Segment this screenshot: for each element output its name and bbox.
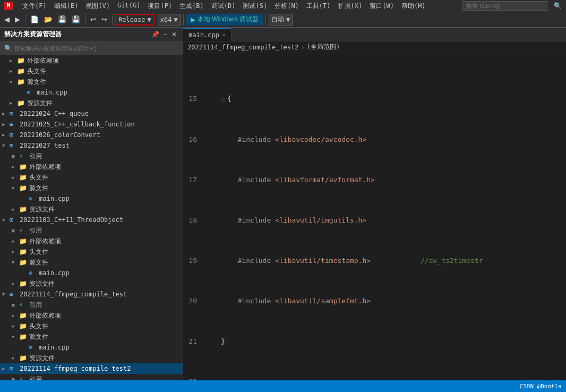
arrow-icon <box>19 90 27 95</box>
tree-proj-test27[interactable]: ▼ ⊞ 20221027_test <box>0 140 183 151</box>
tree-label: 引用 <box>29 375 42 381</box>
tree-proj-thread[interactable]: ▼ ⊞ 20221103_C++11_ThreadObject <box>0 215 183 225</box>
tree-item-main-ffmpeg1[interactable]: ⊕ main.cpp <box>0 342 183 353</box>
arrow-icon: ■ <box>12 154 19 159</box>
arch-label: x64 <box>160 16 172 23</box>
editor-tabs: main.cpp ✕ <box>183 28 566 41</box>
code-area[interactable]: 15 □{ 16 #include <libavcodec/avcodec.h>… <box>183 53 566 380</box>
title-search-input[interactable] <box>462 1 547 11</box>
tab-maincpp[interactable]: main.cpp ✕ <box>183 28 231 41</box>
table-row: 16 #include <libavcodec/avcodec.h> <box>187 134 566 144</box>
open-btn[interactable]: 📂 <box>42 14 55 25</box>
tree-proj-color[interactable]: ▶ ⊞ 20221026_colorConvert <box>0 130 183 140</box>
save-btn[interactable]: 💾 <box>56 14 68 25</box>
tree-item-ref-thread[interactable]: ■ ⚡ 引用 <box>0 225 183 236</box>
ref-icon: ⚡ <box>19 152 28 160</box>
menu-analyze[interactable]: 分析(N) <box>271 1 302 11</box>
sidebar-pin-btn[interactable]: 📌 <box>150 30 161 39</box>
tree-proj-callback[interactable]: ▶ ⊞ 20221025_C++_callback_function <box>0 119 183 130</box>
tree-label: 外部依赖项 <box>27 56 59 65</box>
menu-help[interactable]: 帮助(H) <box>398 1 429 11</box>
tree-item-main-thread[interactable]: ⊕ main.cpp <box>0 268 183 278</box>
menu-git[interactable]: Git(G) <box>114 1 143 11</box>
arrow-icon <box>21 270 29 276</box>
tree-label: 头文件 <box>29 322 48 331</box>
tree-item-sources1[interactable]: ▼ 📁 源文件 <box>0 76 183 87</box>
tree-item-ref-ffmpeg1[interactable]: ■ ⚡ 引用 <box>0 300 183 310</box>
menu-extensions[interactable]: 扩展(X) <box>335 1 366 11</box>
sidebar-minimize-btn[interactable]: − <box>162 30 169 39</box>
arrow-icon: ▼ <box>2 143 10 148</box>
arrow-icon <box>21 345 29 350</box>
folder-icon: 📁 <box>17 67 25 75</box>
arrow-icon: ▶ <box>12 323 19 329</box>
menu-debug[interactable]: 调试(D) <box>208 1 239 11</box>
tree-item-ref-ffmpeg2[interactable]: ■ ⚡ 引用 <box>0 374 183 380</box>
forward-btn[interactable]: ▶ <box>13 14 22 25</box>
tree-label: 源文件 <box>29 258 48 267</box>
code-text: #include <libavutil/timestamp.h> //av_ts… <box>202 255 566 266</box>
menu-build[interactable]: 生成(B) <box>176 1 207 11</box>
menu-tools[interactable]: 工具(T) <box>303 1 334 11</box>
tree-item-src-ffmpeg1[interactable]: ▼ 📁 源文件 <box>0 331 183 342</box>
arrow-icon: ▶ <box>12 313 19 318</box>
tree-label: 20221026_colorConvert <box>20 131 100 139</box>
tree-item-res-ffmpeg1[interactable]: ▶ 📁 资源文件 <box>0 353 183 363</box>
ref-icon: ⚡ <box>19 227 28 234</box>
arrow-icon: ▶ <box>12 238 19 244</box>
table-row: 15 □{ <box>187 93 566 104</box>
menu-project[interactable]: 项目(P) <box>144 1 175 11</box>
tree-label: 外部依赖项 <box>29 311 61 320</box>
sidebar-search-input[interactable] <box>14 45 178 52</box>
arch-dropdown[interactable]: x64 ▼ <box>158 14 181 25</box>
sidebar-search-bar[interactable]: 🔍 <box>0 41 183 55</box>
tree-item-ext27[interactable]: ▶ 📁 外部依赖项 <box>0 161 183 172</box>
menu-file[interactable]: 文件(F) <box>19 1 50 11</box>
tree-item-h-ffmpeg1[interactable]: ▶ 📁 头文件 <box>0 321 183 331</box>
tree-item-h27[interactable]: ▶ 📁 头文件 <box>0 172 183 183</box>
redo-btn[interactable]: ↪ <box>99 14 109 25</box>
vs-logo: M <box>4 2 13 10</box>
undo-btn[interactable]: ↩ <box>88 14 98 25</box>
tree-label: main.cpp <box>39 195 70 202</box>
tree-proj-queue[interactable]: ▶ ⊞ 20221024_C++_queue <box>0 108 183 119</box>
tree-item-src-thread[interactable]: ▼ 📁 源文件 <box>0 257 183 268</box>
tree-item-h-thread[interactable]: ▶ 📁 头文件 <box>0 246 183 257</box>
sidebar-close-btn[interactable]: ✕ <box>170 30 178 39</box>
arrow-icon: ■ <box>12 228 19 233</box>
tree-item-resources1[interactable]: ▶ 📁 资源文件 <box>0 98 183 108</box>
menu-edit[interactable]: 编辑(E) <box>51 1 82 11</box>
tree-item-headers1[interactable]: ▶ 📁 头文件 <box>0 66 183 76</box>
menu-test[interactable]: 测试(S) <box>239 1 270 11</box>
tree-item-main27[interactable]: ⊕ main.cpp <box>0 193 183 204</box>
tree-item-maincpp1[interactable]: ⊕ main.cpp <box>0 87 183 98</box>
tree-item-ext-thread[interactable]: ▶ 📁 外部依赖项 <box>0 236 183 246</box>
arrow-icon: ▶ <box>10 100 17 106</box>
tree-item-res27[interactable]: ▶ 📁 资源文件 <box>0 204 183 215</box>
tree-item-src27[interactable]: ▼ 📁 源文件 <box>0 183 183 193</box>
run-debugger-btn[interactable]: ▶ 本地 Windows 调试器 <box>186 14 263 25</box>
save-all-btn[interactable]: 💾 <box>70 14 82 25</box>
proj-icon: ⊞ <box>10 131 18 139</box>
auto-dropdown[interactable]: 自动 ▼ <box>269 14 293 25</box>
table-row: 17 #include <libavformat/avformat.h> <box>187 175 566 185</box>
cpp-icon: ⊕ <box>29 269 37 277</box>
fold-icon[interactable]: □ <box>221 94 227 104</box>
folder-icon: 📁 <box>19 163 28 171</box>
tree-item-res-thread[interactable]: ▶ 📁 资源文件 <box>0 278 183 289</box>
tree-item-ext-deps1[interactable]: ▶ 📁 外部依赖项 <box>0 55 183 66</box>
arrow-icon: ▼ <box>12 185 19 191</box>
menu-window[interactable]: 窗口(W) <box>366 1 397 11</box>
tree-proj-ffmpeg1[interactable]: ▼ ⊞ 20221114_ffmpeg_compile_test <box>0 289 183 300</box>
tab-close-icon[interactable]: ✕ <box>222 32 226 38</box>
back-btn[interactable]: ◀ <box>2 14 12 25</box>
tree-item-ext-ffmpeg1[interactable]: ▶ 📁 外部依赖项 <box>0 310 183 321</box>
config-dropdown[interactable]: Release ▼ <box>115 14 155 25</box>
toolbar-sep3 <box>112 14 113 25</box>
line-number: 17 <box>187 175 202 185</box>
new-project-btn[interactable]: 📄 <box>28 14 41 25</box>
menu-view[interactable]: 视图(V) <box>82 1 113 11</box>
tree-item-ref27[interactable]: ■ ⚡ 引用 <box>0 151 183 161</box>
tree-proj-ffmpeg2[interactable]: ▶ ⊞ 20221114_ffmpeg_compile_test2 <box>0 363 183 374</box>
tree-label: 源文件 <box>27 78 46 87</box>
